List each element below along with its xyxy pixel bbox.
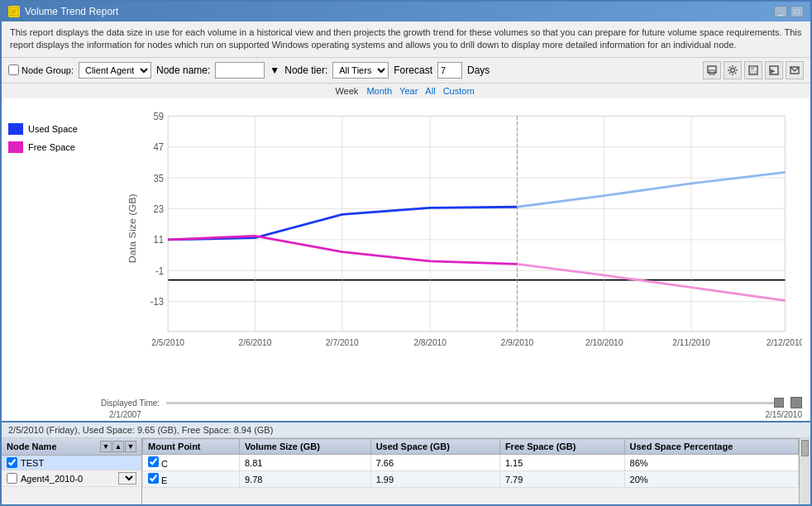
svg-text:23: 23 (154, 203, 165, 215)
free-space-legend-label: Free Space (28, 142, 75, 152)
node-panel: Node Name ▼ ▲ ▼ TEST Agent4_2010-0 (2, 438, 142, 504)
export-button[interactable]: ▶ (765, 61, 783, 79)
node-name-input[interactable] (215, 62, 265, 79)
node-rows: TEST Agent4_2010-0 (2, 456, 141, 504)
slider-start-date: 2/1/2007 (109, 410, 141, 419)
cell-free-0: 1.15 (499, 455, 624, 471)
days-label: Days (467, 64, 490, 76)
svg-text:2/8/2010: 2/8/2010 (413, 337, 447, 347)
list-item[interactable]: Agent4_2010-0 (2, 470, 141, 487)
node-name-test: TEST (21, 458, 44, 468)
data-table: Mount Point Volume Size (GB) Used Space … (142, 438, 799, 504)
toolbar: Node Group: Client Agent Node name: ▼ No… (2, 58, 810, 84)
node-tier-select[interactable]: All Tiers Tier 1 Tier 2 (332, 62, 389, 79)
svg-text:▶: ▶ (771, 68, 776, 74)
used-space-color-swatch (8, 123, 23, 135)
chart-svg: 59 47 35 23 11 -1 -13 Data Size (GB) 2/5… (126, 107, 802, 369)
restore-button[interactable]: □ (791, 6, 804, 17)
svg-text:59: 59 (154, 110, 165, 122)
settings-button[interactable] (724, 61, 742, 79)
node-scroll-up[interactable]: ▲ (112, 441, 124, 452)
all-link[interactable]: All (425, 86, 435, 96)
col-header-pct: Used Space Percentage (624, 439, 798, 455)
svg-point-6 (731, 68, 735, 72)
slider-area: Displayed Time: (2, 394, 810, 410)
table-section: 2/5/2010 (Friday), Used Space: 9.65 (GB)… (2, 421, 810, 504)
mount-checkbox-e[interactable] (148, 473, 159, 484)
cell-pct-1: 20% (624, 471, 798, 488)
dropdown-arrow-icon: ▼ (270, 64, 279, 76)
used-space-legend-label: Used Space (28, 124, 78, 134)
svg-text:2/11/2010: 2/11/2010 (672, 337, 709, 347)
node-action-select[interactable] (118, 472, 136, 485)
cell-volsize-1: 9.78 (239, 471, 370, 488)
legend-free-space: Free Space (8, 141, 94, 153)
node-checkbox-test[interactable] (7, 457, 17, 468)
minimize-button[interactable]: _ (774, 6, 787, 17)
mount-checkbox-c[interactable] (148, 456, 159, 467)
chart-container: 59 47 35 23 11 -1 -13 Data Size (GB) 2/5… (101, 98, 810, 394)
node-tier-label: Node tier: (284, 64, 327, 76)
svg-text:2/5/2010: 2/5/2010 (151, 337, 184, 347)
cell-volsize-0: 8.81 (239, 455, 370, 471)
year-link[interactable]: Year (399, 86, 418, 96)
svg-text:2/10/2010: 2/10/2010 (585, 337, 623, 347)
email-button[interactable] (786, 61, 804, 79)
cell-used-0: 7.66 (370, 455, 499, 471)
table-wrapper: Node Name ▼ ▲ ▼ TEST Agent4_2010-0 (2, 438, 810, 504)
node-column-header: Node Name ▼ ▲ ▼ (2, 438, 141, 456)
slider-end-handle[interactable] (791, 397, 802, 408)
title-bar: Volume Trend Report _ □ (2, 2, 810, 21)
status-bar: 2/5/2010 (Friday), Used Space: 9.65 (GB)… (2, 422, 810, 438)
table-row[interactable]: E 9.78 1.99 7.79 20% (143, 471, 799, 488)
svg-text:35: 35 (154, 172, 165, 184)
col-header-free: Free Space (GB) (499, 439, 624, 455)
title-bar-left: Volume Trend Report (8, 6, 118, 17)
node-scroll-down[interactable]: ▼ (125, 441, 136, 452)
svg-rect-8 (751, 66, 754, 69)
month-link[interactable]: Month (366, 86, 392, 96)
cell-free-1: 7.79 (499, 471, 624, 488)
displayed-time-label: Displayed Time: (101, 399, 160, 408)
cell-pct-0: 86% (624, 455, 798, 471)
svg-text:-13: -13 (150, 295, 165, 308)
table-row[interactable]: C 8.81 7.66 1.15 86% (143, 455, 799, 471)
node-group-label: Node Group: (8, 64, 74, 75)
free-space-color-swatch (8, 141, 23, 153)
cell-mount-0: C (143, 455, 240, 471)
list-item[interactable]: TEST (2, 456, 141, 470)
slider-dates: 2/1/2007 2/15/2010 (2, 410, 810, 421)
print-setup-button[interactable] (703, 61, 721, 79)
slider-end-date: 2/15/2010 (766, 410, 803, 419)
svg-text:-1: -1 (155, 265, 164, 277)
time-navigation: Week Month Year All Custom (2, 84, 810, 98)
window-icon (8, 6, 20, 17)
custom-link[interactable]: Custom (443, 86, 475, 96)
table-scrollbar[interactable] (799, 438, 810, 504)
svg-text:2/6/2010: 2/6/2010 (239, 337, 272, 347)
cell-mount-1: E (143, 471, 240, 488)
slider-track[interactable] (166, 402, 784, 404)
description-text: This report displays the data size in us… (2, 21, 810, 58)
node-group-checkbox[interactable] (8, 64, 19, 75)
node-checkbox-agent4[interactable] (7, 473, 17, 484)
svg-text:11: 11 (154, 234, 165, 246)
svg-text:Data Size (GB): Data Size (GB) (127, 193, 138, 263)
window-title: Volume Trend Report (25, 6, 118, 17)
forecast-label: Forecast (394, 64, 432, 76)
scrollbar-thumb[interactable] (801, 440, 809, 456)
save-button[interactable] (744, 61, 762, 79)
svg-text:2/9/2010: 2/9/2010 (501, 337, 534, 347)
node-sort-button[interactable]: ▼ (100, 441, 112, 452)
slider-handle[interactable] (774, 398, 784, 408)
node-name-agent4: Agent4_2010-0 (21, 474, 83, 484)
forecast-input[interactable] (437, 62, 462, 79)
col-header-volsize: Volume Size (GB) (239, 439, 370, 455)
svg-rect-13 (168, 116, 785, 332)
chart-legend: Used Space Free Space (2, 98, 101, 394)
node-group-select[interactable]: Client Agent (79, 62, 151, 79)
chart-area: Used Space Free Space (2, 98, 810, 394)
week-label: Week (335, 86, 358, 96)
svg-text:2/12/2010: 2/12/2010 (767, 337, 802, 347)
volume-table: Mount Point Volume Size (GB) Used Space … (142, 438, 799, 488)
